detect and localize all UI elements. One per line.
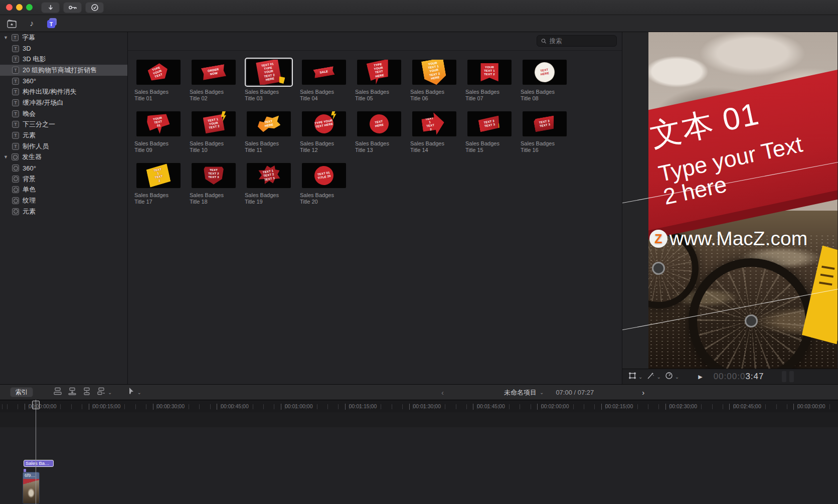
titles-generators-tab[interactable]: T xyxy=(46,18,57,29)
title-item[interactable]: TYPEYOURTEXTSales BadgesTitle 01 xyxy=(134,58,183,102)
sidebar-item[interactable]: T 元素 xyxy=(0,130,127,141)
sidebar-item[interactable]: T 3D xyxy=(0,43,127,54)
sidebar-item[interactable]: T 制作人员 xyxy=(0,141,127,152)
timeline-project-dropdown[interactable]: 未命名项目 ⌄ xyxy=(504,388,544,397)
title-thumbnail[interactable]: TEXT 2TEXT 3 xyxy=(465,109,514,138)
title-thumbnail[interactable]: YOURTEXT 1TEXT 2 xyxy=(465,58,514,87)
append-clip-button[interactable] xyxy=(97,387,106,397)
title-item[interactable]: YOURTEXT 01Sales BadgesTitle 09 xyxy=(134,109,183,153)
title-thumbnail[interactable]: YOUR TEXT 1YOUR TEXT 2HERE xyxy=(410,58,458,87)
search-input[interactable] xyxy=(550,38,612,45)
title-thumbnail[interactable]: TYPE YOURTEXT HERE xyxy=(300,109,348,138)
sidebar-item[interactable]: T 构件出现/构件消失 xyxy=(0,86,127,97)
sidebar-item[interactable]: T 3D 电影 xyxy=(0,54,127,65)
sidebar-item-label: 元素 xyxy=(23,131,36,140)
sidebar-item[interactable]: 360° xyxy=(0,162,127,174)
playhead[interactable] xyxy=(36,400,36,504)
disclosure-triangle-icon[interactable]: ▼ xyxy=(4,154,8,159)
chevron-down-icon[interactable]: ⌄ xyxy=(656,374,660,380)
playhead-handle[interactable] xyxy=(32,401,40,409)
connect-clip-button[interactable] xyxy=(53,387,62,397)
sidebar-item[interactable]: T 缓冲器/开场白 xyxy=(0,97,127,108)
search-field[interactable] xyxy=(537,35,617,47)
ruler-label: 00:03:00:00 xyxy=(797,403,825,409)
title-item[interactable]: TEXTHERESales BadgesTitle 11 xyxy=(245,109,293,153)
title-item[interactable]: TEXT 1TEXT 2Sales BadgesTitle 14 xyxy=(410,109,458,153)
chevron-down-icon[interactable]: ⌄ xyxy=(108,390,112,395)
viewer-canvas[interactable]: 文本 01 Type your Text 2 here Z www.MacZ.c… xyxy=(648,32,837,369)
play-button[interactable]: ▶ xyxy=(698,374,702,380)
title-item[interactable]: TYPE YOURTEXT HERESales BadgesTitle 05 xyxy=(355,58,403,102)
title-thumbnail[interactable]: TEXT 1TEXT 2TEXT 3 xyxy=(245,161,293,190)
effects-button[interactable] xyxy=(646,372,654,382)
title-thumbnail[interactable]: TEXT 1TEXT 2 xyxy=(410,109,458,138)
title-thumbnail[interactable]: TEXT 1TEXT 2 xyxy=(134,161,183,190)
title-item[interactable]: TEXT 1TEXT 2Sales BadgesTitle 17 xyxy=(134,161,183,205)
sidebar-group-header[interactable]: ▼ 发生器 xyxy=(0,152,127,163)
title-item[interactable]: TEXT 1TEXT 2TEXT 3Sales BadgesTitle 19 xyxy=(245,161,293,205)
video-clip[interactable]: 6f9… xyxy=(23,472,40,504)
title-item[interactable]: SALESales BadgesTitle 04 xyxy=(300,58,348,102)
chevron-down-icon[interactable]: ⌄ xyxy=(137,390,141,395)
title-thumbnail[interactable]: TEXTHERE xyxy=(355,109,403,138)
sidebar-item[interactable]: 元素 xyxy=(0,206,127,217)
key-button[interactable] xyxy=(63,2,82,13)
overwrite-clip-button[interactable] xyxy=(82,387,91,397)
title-item[interactable]: TEXT 2TEXT 3Sales BadgesTitle 15 xyxy=(465,109,514,153)
transform-button[interactable] xyxy=(628,372,636,381)
title-thumbnail[interactable]: TEXT 01TITLE 20 xyxy=(300,161,348,190)
sidebar-item[interactable]: T 360° xyxy=(0,76,127,87)
title-thumbnail[interactable]: TEXT 01TYPE YOURTEXT 2 HERE xyxy=(245,58,293,87)
title-thumbnail[interactable]: TYPEYOURTEXT xyxy=(134,58,183,87)
title-item[interactable]: TEXTTEXT 2TEXT 3Sales BadgesTitle 18 xyxy=(190,161,238,205)
title-item[interactable]: TEXT 01TYPE YOURTEXT 2 HERESales BadgesT… xyxy=(245,58,293,102)
retime-button[interactable] xyxy=(665,372,673,382)
arrow-tool-button[interactable] xyxy=(128,387,135,397)
disclosure-triangle-icon[interactable]: ▼ xyxy=(4,35,8,40)
photos-audio-tab[interactable]: ♪ xyxy=(26,18,37,29)
title-thumbnail[interactable]: TEXTTEXT 2TEXT 3 xyxy=(190,161,238,190)
title-thumbnail[interactable]: YOURTEXT 01 xyxy=(134,109,183,138)
title-item[interactable]: TEXT 1YOURTEXT 2Sales BadgesTitle 10 xyxy=(190,109,238,153)
title-item[interactable]: TEXTHERESales BadgesTitle 08 xyxy=(521,58,569,102)
next-project-button[interactable]: › xyxy=(642,388,644,397)
title-item[interactable]: TEXTHERESales BadgesTitle 13 xyxy=(355,109,403,153)
sidebar-item[interactable]: 纹理 xyxy=(0,195,127,206)
sidebar-item[interactable]: T 20 组购物节商城打折销售 xyxy=(0,65,127,76)
title-item[interactable]: YOUR TEXT 1YOUR TEXT 2HERESales BadgesTi… xyxy=(410,58,458,102)
prev-project-button[interactable]: ‹ xyxy=(441,388,444,397)
title-thumbnail[interactable]: TEXTHERE xyxy=(521,58,569,87)
title-clip[interactable]: Sales Ba… xyxy=(24,460,54,467)
sidebar-group-header[interactable]: ▼ T 字幕 xyxy=(0,32,127,43)
timeline-tracks[interactable] xyxy=(0,412,838,504)
chevron-down-icon[interactable]: ⌄ xyxy=(675,374,679,380)
title-thumbnail[interactable]: TYPE YOURTEXT HERE xyxy=(355,58,403,87)
title-thumbnail[interactable]: TEXTHERE xyxy=(245,109,293,138)
media-browser-tab[interactable] xyxy=(6,18,17,29)
sidebar-item[interactable]: T 下三分之一 xyxy=(0,119,127,130)
title-thumbnail[interactable]: TEXT 2TEXT 3 xyxy=(521,109,569,138)
chevron-down-icon[interactable]: ⌄ xyxy=(638,374,642,380)
title-item[interactable]: TYPE YOURTEXT HERESales BadgesTitle 12 xyxy=(300,109,348,153)
title-item[interactable]: TEXT 2TEXT 3Sales BadgesTitle 16 xyxy=(521,109,569,153)
timeline-ruler[interactable]: 00:00:00:0000:00:15:0000:00:30:0000:00:4… xyxy=(0,400,838,412)
audio-meter[interactable] xyxy=(782,371,786,382)
sidebar-item[interactable]: 背景 xyxy=(0,174,127,185)
close-button[interactable] xyxy=(6,4,13,11)
checkmark-button[interactable] xyxy=(85,2,104,13)
zoom-button[interactable] xyxy=(26,4,33,11)
title-thumbnail[interactable]: TEXT 1YOURTEXT 2 xyxy=(190,109,238,138)
title-item[interactable]: YOURTEXT 1TEXT 2Sales BadgesTitle 07 xyxy=(465,58,514,102)
insert-clip-button[interactable] xyxy=(68,387,77,397)
index-button[interactable]: 索引 xyxy=(10,387,33,397)
sidebar-item-label: 20 组购物节商城打折销售 xyxy=(23,66,97,75)
title-thumbnail[interactable]: SALE xyxy=(300,58,348,87)
title-item[interactable]: TEXT 01TITLE 20Sales BadgesTitle 20 xyxy=(300,161,348,205)
sidebar-item[interactable]: 单色 xyxy=(0,185,127,196)
sidebar-item[interactable]: T 晚会 xyxy=(0,108,127,119)
audio-meter[interactable] xyxy=(789,371,794,382)
title-thumbnail[interactable]: ORDERNOW xyxy=(190,58,238,87)
minimize-button[interactable] xyxy=(16,4,23,11)
download-button[interactable] xyxy=(41,2,60,13)
title-item[interactable]: ORDERNOWSales BadgesTitle 02 xyxy=(190,58,238,102)
